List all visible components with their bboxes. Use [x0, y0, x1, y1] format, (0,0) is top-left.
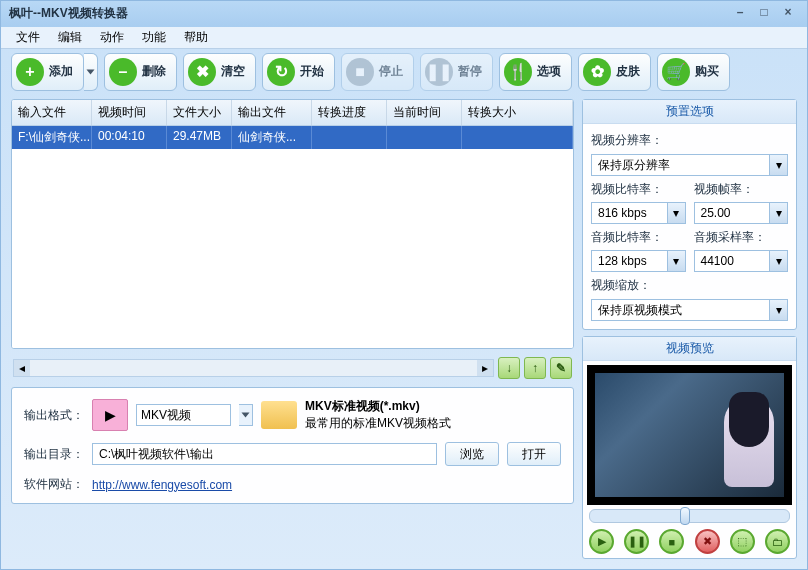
move-up-button[interactable]: ↑ [524, 357, 546, 379]
menu-function[interactable]: 功能 [133, 27, 175, 48]
video-bitrate-select[interactable]: 816 kbps▾ [591, 202, 686, 224]
folder-icon [261, 401, 297, 429]
chevron-down-icon[interactable]: ▾ [667, 251, 685, 271]
open-button[interactable]: 打开 [507, 442, 561, 466]
delete-button[interactable]: –删除 [104, 53, 177, 91]
horizontal-scrollbar[interactable]: ◂ ▸ [13, 359, 494, 377]
add-button[interactable]: +添加 [11, 53, 84, 91]
skin-button[interactable]: ✿皮肤 [578, 53, 651, 91]
titlebar: 枫叶--MKV视频转换器 – □ × [1, 1, 807, 27]
close-button[interactable]: × [777, 5, 799, 23]
grid-body[interactable]: F:\仙剑奇侠... 00:04:10 29.47MB 仙剑奇侠... [12, 126, 573, 348]
resolution-label: 视频分辨率： [591, 132, 788, 149]
pause-preview-button[interactable]: ❚❚ [624, 529, 649, 554]
audio-bitrate-select[interactable]: 128 kbps▾ [591, 250, 686, 272]
menu-action[interactable]: 动作 [91, 27, 133, 48]
chevron-down-icon[interactable]: ▾ [769, 251, 787, 271]
format-desc: 最常用的标准MKV视频格式 [305, 415, 451, 432]
scale-label: 视频缩放： [591, 277, 788, 294]
format-select[interactable]: MKV视频 [136, 404, 231, 426]
start-button[interactable]: ↻开始 [262, 53, 335, 91]
fps-select[interactable]: 25.00▾ [694, 202, 789, 224]
menu-edit[interactable]: 编辑 [49, 27, 91, 48]
scale-select[interactable]: 保持原视频模式▾ [591, 299, 788, 321]
toolbar: +添加 –删除 ✖清空 ↻开始 ■停止 ❚❚暂停 🍴选项 ✿皮肤 🛒购买 [1, 49, 807, 95]
menu-help[interactable]: 帮助 [175, 27, 217, 48]
cancel-preview-button[interactable]: ✖ [695, 529, 720, 554]
preview-panel: 视频预览 ▶ ❚❚ ■ ✖ ⬚ 🗀 [582, 336, 797, 559]
menubar: 文件 编辑 动作 功能 帮助 [1, 27, 807, 49]
output-dir-input[interactable] [92, 443, 437, 465]
col-outsize[interactable]: 转换大小 [462, 100, 573, 125]
format-icon: ▶ [92, 399, 128, 431]
scroll-left-icon[interactable]: ◂ [14, 360, 30, 376]
format-dropdown[interactable] [239, 404, 253, 426]
edit-button[interactable]: ✎ [550, 357, 572, 379]
audio-bitrate-label: 音频比特率： [591, 229, 686, 246]
col-duration[interactable]: 视频时间 [92, 100, 167, 125]
add-dropdown[interactable] [84, 53, 98, 91]
video-bitrate-label: 视频比特率： [591, 181, 686, 198]
app-title: 枫叶--MKV视频转换器 [9, 5, 128, 22]
preview-image [595, 373, 784, 497]
stop-preview-button[interactable]: ■ [659, 529, 684, 554]
chevron-down-icon[interactable]: ▾ [769, 203, 787, 223]
chevron-down-icon[interactable]: ▾ [769, 155, 787, 175]
slider-thumb[interactable] [680, 507, 690, 525]
grid-header: 输入文件 视频时间 文件大小 输出文件 转换进度 当前时间 转换大小 [12, 100, 573, 126]
col-input[interactable]: 输入文件 [12, 100, 92, 125]
website-link[interactable]: http://www.fengyesoft.com [92, 478, 232, 492]
sample-rate-select[interactable]: 44100▾ [694, 250, 789, 272]
file-grid: 输入文件 视频时间 文件大小 输出文件 转换进度 当前时间 转换大小 F:\仙剑… [11, 99, 574, 349]
move-down-button[interactable]: ↓ [498, 357, 520, 379]
app-window: 枫叶--MKV视频转换器 – □ × 文件 编辑 动作 功能 帮助 +添加 –删… [0, 0, 808, 570]
chevron-down-icon[interactable]: ▾ [667, 203, 685, 223]
options-button[interactable]: 🍴选项 [499, 53, 572, 91]
format-title: MKV标准视频(*.mkv) [305, 398, 451, 415]
snapshot-button[interactable]: ⬚ [730, 529, 755, 554]
maximize-button[interactable]: □ [753, 5, 775, 23]
chevron-down-icon[interactable]: ▾ [769, 300, 787, 320]
seek-slider[interactable] [589, 509, 790, 523]
dir-label: 输出目录： [24, 446, 84, 463]
scroll-right-icon[interactable]: ▸ [477, 360, 493, 376]
stop-button[interactable]: ■停止 [341, 53, 414, 91]
resolution-select[interactable]: 保持原分辨率▾ [591, 154, 788, 176]
site-label: 软件网站： [24, 476, 84, 493]
presets-panel: 预置选项 视频分辨率： 保持原分辨率▾ 视频比特率： 816 kbps▾ 视频帧… [582, 99, 797, 330]
col-time[interactable]: 当前时间 [387, 100, 462, 125]
menu-file[interactable]: 文件 [7, 27, 49, 48]
presets-title: 预置选项 [583, 100, 796, 124]
play-button[interactable]: ▶ [589, 529, 614, 554]
col-output[interactable]: 输出文件 [232, 100, 312, 125]
fps-label: 视频帧率： [694, 181, 789, 198]
col-size[interactable]: 文件大小 [167, 100, 232, 125]
grid-footer: ◂ ▸ ↓ ↑ ✎ [11, 355, 574, 381]
browse-button[interactable]: 浏览 [445, 442, 499, 466]
minimize-button[interactable]: – [729, 5, 751, 23]
preview-title: 视频预览 [583, 337, 796, 361]
preview-viewport [587, 365, 792, 505]
pause-button[interactable]: ❚❚暂停 [420, 53, 493, 91]
buy-button[interactable]: 🛒购买 [657, 53, 730, 91]
col-progress[interactable]: 转换进度 [312, 100, 387, 125]
output-panel: 输出格式： ▶ MKV视频 MKV标准视频(*.mkv) 最常用的标准MKV视频… [11, 387, 574, 504]
sample-rate-label: 音频采样率： [694, 229, 789, 246]
folder-preview-button[interactable]: 🗀 [765, 529, 790, 554]
table-row[interactable]: F:\仙剑奇侠... 00:04:10 29.47MB 仙剑奇侠... [12, 126, 573, 149]
format-label: 输出格式： [24, 407, 84, 424]
clear-button[interactable]: ✖清空 [183, 53, 256, 91]
